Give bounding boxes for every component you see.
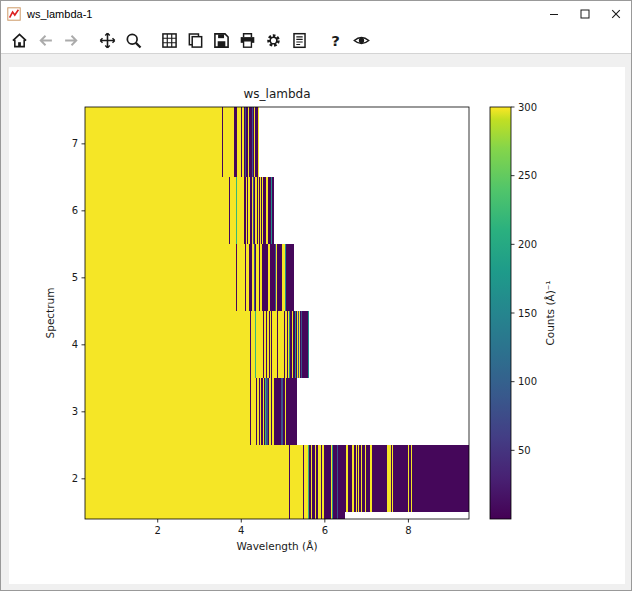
plot-title: ws_lambda: [243, 87, 310, 101]
y-axis-label: Spectrum: [44, 288, 56, 339]
back-icon: [37, 32, 54, 49]
help-icon: ?: [327, 32, 344, 49]
toolbar-print-button[interactable]: [235, 28, 259, 52]
minimize-icon: [547, 7, 561, 21]
figure-canvas-area: 2468234567ws_lambdaWavelength (Å)Spectru…: [9, 67, 625, 584]
colorbar-tick-label: 200: [518, 239, 537, 250]
forward-icon: [63, 32, 80, 49]
toolbar-back-button[interactable]: [33, 28, 57, 52]
toolbar-script-button[interactable]: [287, 28, 311, 52]
copy-icon: [187, 32, 204, 49]
settings-icon: [265, 32, 282, 49]
app-icon: [7, 7, 21, 21]
colorbar-tick-label: 50: [518, 445, 531, 456]
colorbar-tick-label: 300: [518, 102, 537, 113]
colorbar-label: Counts (Å)⁻¹: [544, 280, 556, 345]
figure-canvas[interactable]: 2468234567ws_lambdaWavelength (Å)Spectru…: [9, 67, 625, 584]
titlebar[interactable]: ws_lambda-1: [1, 1, 631, 27]
x-tick-label: 6: [322, 525, 328, 536]
y-tick-label: 3: [72, 406, 78, 417]
colorbar[interactable]: 50100150200250300Counts (Å)⁻¹: [490, 102, 556, 520]
toolbar-home-button[interactable]: [7, 28, 31, 52]
toolbar-forward-button[interactable]: [59, 28, 83, 52]
toolbar-eye-button[interactable]: [349, 28, 373, 52]
toolbar-pan-button[interactable]: [95, 28, 119, 52]
window-controls: [538, 1, 631, 27]
minimize-button[interactable]: [538, 1, 569, 27]
plot-window: ws_lambda-1 ? 2468234567ws_lambdaWavelen…: [0, 0, 632, 591]
colorbar-gradient: [490, 107, 511, 519]
maximize-icon: [578, 7, 592, 21]
y-tick-label: 7: [72, 138, 78, 149]
x-tick-label: 8: [405, 525, 411, 536]
svg-text:?: ?: [331, 32, 340, 49]
figure-toolbar: ?: [1, 27, 631, 54]
x-tick-label: 4: [238, 525, 244, 536]
toolbar-zoom-button[interactable]: [121, 28, 145, 52]
toolbar-grid-button[interactable]: [157, 28, 181, 52]
save-icon: [213, 32, 230, 49]
toolbar-help-button[interactable]: ?: [323, 28, 347, 52]
colorbar-tick-label: 250: [518, 170, 537, 181]
y-tick-label: 4: [72, 339, 78, 350]
maximize-button[interactable]: [569, 1, 600, 27]
print-icon: [239, 32, 256, 49]
window-title: ws_lambda-1: [27, 8, 92, 20]
pan-icon: [99, 32, 116, 49]
close-icon: [609, 7, 623, 21]
heatmap: [85, 107, 469, 519]
toolbar-save-button[interactable]: [209, 28, 233, 52]
grid-icon: [161, 32, 178, 49]
x-tick-label: 2: [155, 525, 161, 536]
colorbar-tick-label: 100: [518, 376, 537, 387]
close-button[interactable]: [600, 1, 631, 27]
y-tick-label: 6: [72, 205, 78, 216]
toolbar-copy-button[interactable]: [183, 28, 207, 52]
y-tick-label: 5: [72, 272, 78, 283]
zoom-icon: [125, 32, 142, 49]
y-tick-label: 2: [72, 473, 78, 484]
home-icon: [11, 32, 28, 49]
toolbar-settings-button[interactable]: [261, 28, 285, 52]
eye-icon: [353, 32, 370, 49]
x-axis-label: Wavelength (Å): [236, 540, 317, 552]
colorbar-tick-label: 150: [518, 308, 537, 319]
script-icon: [291, 32, 308, 49]
